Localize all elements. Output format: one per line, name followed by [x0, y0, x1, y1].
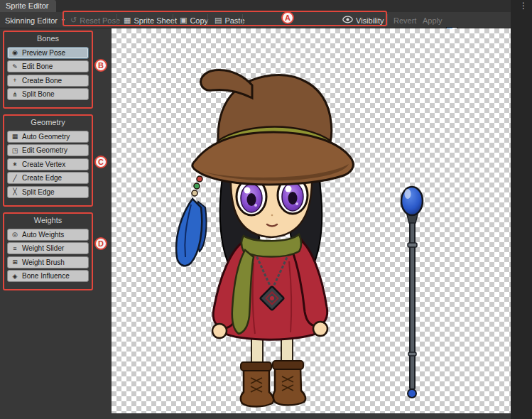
eye-icon	[342, 16, 353, 25]
create-edge-button[interactable]: ╱ Create Edge	[7, 172, 89, 184]
edit-geometry-button[interactable]: ◳ Edit Geometry	[7, 144, 89, 156]
auto-geometry-button[interactable]: ▦ Auto Geometry	[7, 131, 89, 143]
sprite-sheet-button[interactable]: ▦ Sprite Sheet	[120, 13, 180, 27]
reset-pose-icon: ↺	[70, 16, 77, 25]
weight-brush-icon: ⊞	[11, 259, 19, 266]
split-edge-icon: ╳	[11, 188, 19, 195]
tab-strip: Sprite Editor	[0, 0, 511, 12]
toolbar-separator	[387, 14, 388, 26]
edit-bone-icon: ✎	[11, 63, 19, 70]
preview-pose-button[interactable]: ◉ Preview Pose	[7, 47, 89, 59]
toolbar-separator	[116, 14, 117, 26]
toolbar: Skinning Editor ▾ ↺ Reset Pose ▦ Sprite …	[0, 12, 511, 28]
split-bone-button[interactable]: ⋔ Split Bone	[7, 88, 89, 100]
paste-icon: ▤	[215, 16, 222, 25]
reset-pose-button[interactable]: ↺ Reset Pose	[67, 13, 124, 27]
edit-bone-button[interactable]: ✎ Edit Bone	[7, 60, 89, 72]
sprite-sheet-icon: ▦	[124, 16, 131, 25]
weight-brush-button[interactable]: ⊞ Weight Brush	[7, 256, 89, 268]
bones-group: Bones ◉ Preview Pose ✎ Edit Bone + Creat…	[3, 31, 93, 109]
auto-weights-button[interactable]: ◎ Auto Weights	[7, 229, 89, 241]
skinning-editor-dropdown[interactable]: Skinning Editor ▾	[1, 13, 68, 27]
annotation-letter-b: B	[94, 59, 107, 72]
toolbar-separator	[207, 14, 208, 26]
geometry-group-title: Geometry	[4, 117, 92, 129]
staff-sprite[interactable]	[401, 187, 423, 398]
apply-button[interactable]: Apply	[419, 13, 446, 27]
bones-group-title: Bones	[4, 33, 92, 45]
toolbar-separator	[173, 14, 173, 26]
create-edge-icon: ╱	[11, 175, 19, 182]
sprite-canvas[interactable]	[112, 28, 511, 413]
auto-weights-icon: ◎	[11, 231, 19, 238]
kebab-menu-icon[interactable]: ⋮	[519, 1, 528, 11]
copy-icon: ▣	[180, 16, 187, 25]
visibility-button[interactable]: Visibility	[339, 13, 388, 27]
tool-sidebar: Bones ◉ Preview Pose ✎ Edit Bone + Creat…	[0, 28, 112, 419]
copy-button[interactable]: ▣ Copy	[176, 13, 212, 27]
tab-title: Sprite Editor	[6, 1, 49, 10]
bone-influence-button[interactable]: ◈ Bone Influence	[7, 270, 89, 282]
right-gutter: ⋮	[511, 0, 532, 419]
split-edge-button[interactable]: ╳ Split Edge	[7, 186, 89, 198]
tab-sprite-editor[interactable]: Sprite Editor	[0, 0, 56, 12]
dropdown-label: Skinning Editor	[5, 16, 58, 25]
bone-influence-icon: ◈	[11, 273, 19, 280]
create-bone-button[interactable]: + Create Bone	[7, 75, 89, 87]
toolbar-separator	[242, 14, 243, 26]
edit-geometry-icon: ◳	[11, 147, 19, 154]
revert-button[interactable]: Revert	[390, 13, 420, 27]
create-vertex-icon: ∗	[11, 160, 19, 168]
character-sprite[interactable]	[176, 70, 353, 406]
toolbar-separator	[63, 14, 64, 26]
annotation-letter-c: C	[94, 156, 107, 168]
weights-group-title: Weights	[4, 215, 92, 227]
weights-group: Weights ◎ Auto Weights ≡ Weight Slider ⊞…	[3, 212, 93, 290]
create-bone-icon: +	[11, 77, 19, 84]
split-bone-icon: ⋔	[11, 91, 19, 98]
sprite-editor-window: Sprite Editor ⋮ Skinning Editor ▾ ↺ Rese…	[0, 0, 532, 419]
create-vertex-button[interactable]: ∗ Create Vertex	[7, 158, 89, 170]
preview-pose-icon: ◉	[11, 49, 19, 56]
weight-slider-icon: ≡	[11, 245, 19, 252]
weight-slider-button[interactable]: ≡ Weight Slider	[7, 242, 89, 254]
annotation-letter-d: D	[94, 237, 107, 250]
auto-geometry-icon: ▦	[11, 133, 19, 140]
geometry-group: Geometry ▦ Auto Geometry ◳ Edit Geometry…	[3, 114, 93, 207]
sprite-scene	[112, 28, 511, 413]
